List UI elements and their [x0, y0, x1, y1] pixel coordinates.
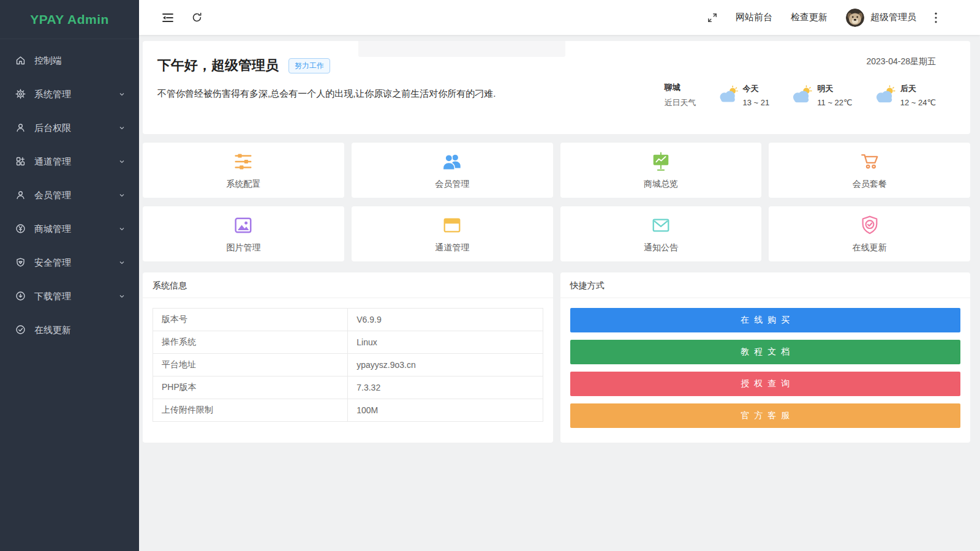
sidebar-item-label: 控制端	[34, 55, 62, 67]
qa-docs-button[interactable]: 教程文档	[570, 340, 961, 364]
weather-widget: 聊城 近日天气 今天 13 ~ 21	[665, 82, 936, 108]
sidebar-item-label: 商城管理	[34, 223, 71, 235]
sidebar-item-label: 系统管理	[34, 89, 71, 100]
greeting-left: 下午好，超级管理员 努力工作 不管你曾经被伤害得有多深,总会有一个人的出现,让你…	[157, 56, 496, 108]
cloud-sun-icon	[873, 85, 897, 105]
cloud-sun-icon	[790, 85, 813, 105]
panel-title: 系统信息	[143, 272, 553, 298]
card-label: 通知公告	[644, 242, 678, 253]
notice-strip	[358, 41, 565, 57]
sidebar-item-online-update[interactable]: 在线更新	[0, 313, 139, 347]
card-label: 通道管理	[435, 242, 469, 253]
sidebar-item-security[interactable]: 安全管理	[0, 246, 139, 280]
table-row: 版本号 V6.9.9	[153, 309, 543, 331]
daily-quote: 不管你曾经被伤害得有多深,总会有一个人的出现,让你原谅之前生活对你所有的刁难.	[157, 88, 496, 100]
sidebar-item-channel[interactable]: 通道管理	[0, 145, 139, 179]
components-icon	[15, 156, 26, 168]
card-label: 在线更新	[853, 242, 887, 253]
cloud-sun-icon	[717, 85, 739, 105]
weather-day: 今天 13 ~ 21	[717, 83, 770, 107]
sidebar-item-label: 安全管理	[34, 257, 71, 269]
yen-circle-icon	[15, 223, 26, 236]
sidebar-item-dashboard[interactable]: 控制端	[0, 44, 139, 78]
info-value: Linux	[348, 331, 543, 354]
collapse-sidebar-icon[interactable]	[162, 13, 173, 23]
sidebar-item-admin-perms[interactable]: 后台权限	[0, 111, 139, 145]
weather-day: 明天 11 ~ 22℃	[790, 83, 852, 107]
home-icon	[15, 55, 26, 67]
info-value: ypayysz.9o3.cn	[348, 354, 543, 377]
shield-check-icon	[859, 215, 881, 238]
quick-actions-panel: 快捷方式 在线购买 教程文档 授权查询 官方客服	[560, 272, 971, 443]
mail-icon	[650, 215, 672, 238]
sidebar: YPAY Admin 控制端 系统管理 后台权限	[0, 0, 139, 551]
card-image-manage[interactable]: 图片管理	[143, 206, 344, 261]
card-system-config[interactable]: 系统配置	[143, 143, 344, 198]
kebab-menu-icon[interactable]	[935, 12, 937, 23]
user-menu[interactable]: 超级管理员	[846, 9, 916, 27]
info-label: PHP版本	[153, 377, 348, 399]
download-circle-icon	[15, 291, 26, 303]
card-label: 会员管理	[435, 179, 469, 190]
shortcut-grid: 系统配置 会员管理 商城总览 会员套餐	[143, 143, 970, 261]
frontend-link[interactable]: 网站前台	[736, 12, 772, 23]
system-info-panel: 系统信息 版本号 V6.9.9 操作系统 Linux	[143, 272, 553, 443]
weather-day-name: 后天	[900, 83, 936, 94]
sidebar-item-label: 通道管理	[34, 156, 71, 168]
sidebar-item-download[interactable]: 下载管理	[0, 280, 139, 313]
card-online-update[interactable]: 在线更新	[769, 206, 970, 261]
qa-license-button[interactable]: 授权查询	[570, 372, 961, 396]
info-label: 平台地址	[153, 354, 348, 377]
info-value: 7.3.32	[348, 377, 543, 399]
page-content: 下午好，超级管理员 努力工作 不管你曾经被伤害得有多深,总会有一个人的出现,让你…	[139, 35, 980, 551]
qa-support-button[interactable]: 官方客服	[570, 403, 961, 428]
sidebar-item-mall[interactable]: 商城管理	[0, 212, 139, 246]
weather-label: 近日天气	[665, 97, 696, 108]
check-update-link[interactable]: 检查更新	[791, 12, 827, 23]
card-label: 商城总览	[644, 179, 678, 190]
current-date: 2023-04-28星期五	[665, 56, 936, 67]
app-logo: YPAY Admin	[0, 0, 139, 39]
card-member-package[interactable]: 会员套餐	[769, 143, 970, 198]
sidebar-item-label: 下载管理	[34, 291, 71, 302]
info-label: 上传附件限制	[153, 399, 348, 422]
card-channel-manage[interactable]: 通道管理	[352, 206, 553, 261]
card-mall-overview[interactable]: 商城总览	[560, 143, 762, 198]
weather-day-temp: 12 ~ 24℃	[900, 98, 936, 107]
cart-icon	[859, 151, 881, 174]
sidebar-item-label: 会员管理	[34, 190, 71, 201]
sliders-icon	[232, 151, 254, 174]
main-area: 网站前台 检查更新 超级管理员 下午好，超级管理员 努力工作 不管你曾经被伤害得…	[139, 0, 980, 551]
panel-title: 快捷方式	[560, 272, 971, 298]
greeting-card: 下午好，超级管理员 努力工作 不管你曾经被伤害得有多深,总会有一个人的出现,让你…	[143, 41, 970, 134]
weather-day-name: 明天	[817, 83, 852, 94]
refresh-icon[interactable]	[192, 12, 202, 23]
check-circle-icon	[15, 324, 26, 337]
sidebar-item-member[interactable]: 会员管理	[0, 179, 139, 212]
weather-city: 聊城	[665, 82, 696, 93]
card-member-manage[interactable]: 会员管理	[352, 143, 553, 198]
table-row: 上传附件限制 100M	[153, 399, 543, 422]
fullscreen-icon[interactable]	[707, 13, 717, 23]
qa-buy-button[interactable]: 在线购买	[570, 308, 961, 332]
chevron-down-icon	[118, 258, 126, 268]
chevron-down-icon	[118, 224, 126, 234]
username: 超级管理员	[870, 12, 916, 23]
weather-day-temp: 13 ~ 21	[743, 98, 770, 107]
weather-day-temp: 11 ~ 22℃	[817, 98, 852, 107]
chevron-down-icon	[118, 123, 126, 133]
table-row: 平台地址 ypayysz.9o3.cn	[153, 354, 543, 377]
sidebar-item-label: 在线更新	[34, 324, 71, 336]
status-badge: 努力工作	[288, 58, 330, 73]
chevron-down-icon	[118, 190, 126, 201]
weather-day: 后天 12 ~ 24℃	[873, 83, 936, 107]
card-notice[interactable]: 通知公告	[560, 206, 762, 261]
user-icon	[15, 122, 26, 135]
sidebar-nav: 控制端 系统管理 后台权限 通道管理	[0, 39, 139, 347]
greeting-title: 下午好，超级管理员	[157, 56, 279, 75]
sidebar-item-system[interactable]: 系统管理	[0, 78, 139, 111]
card-label: 图片管理	[226, 242, 260, 253]
info-value: 100M	[348, 399, 543, 422]
weather-day-name: 今天	[743, 83, 770, 94]
card-label: 系统配置	[226, 179, 260, 190]
